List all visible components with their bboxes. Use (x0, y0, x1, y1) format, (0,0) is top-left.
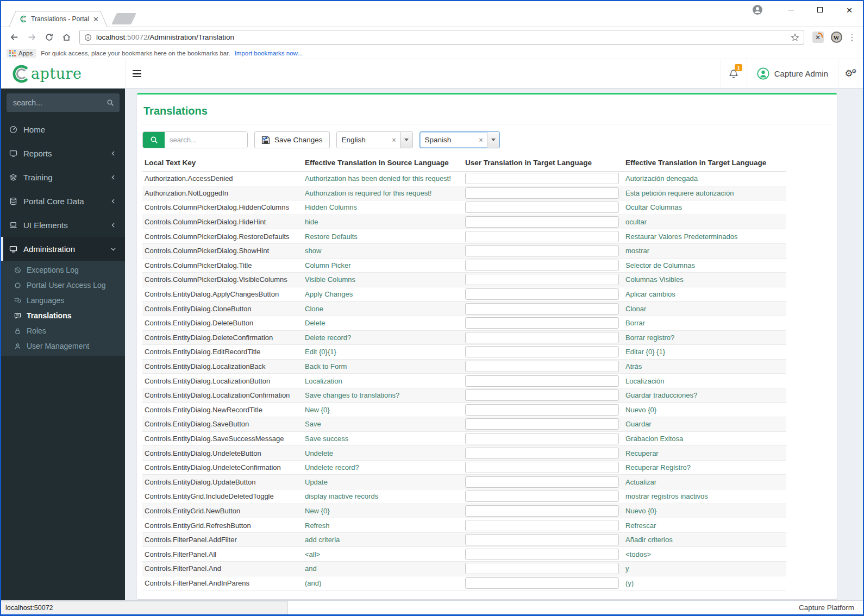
user-translation-input[interactable] (465, 433, 619, 444)
sidebar-item-reports[interactable]: Reports (1, 141, 125, 165)
window-minimize-button[interactable] (785, 4, 797, 15)
bookmarks-hint: For quick access, place your bookmarks h… (41, 50, 230, 56)
browser-tab[interactable]: Translations - Portal ✕ (9, 11, 108, 27)
user-translation-input[interactable] (465, 346, 619, 357)
sidebar-item-ui-elements[interactable]: UI Elements (1, 213, 125, 237)
clear-icon[interactable]: × (479, 136, 483, 144)
page-info-icon[interactable] (84, 34, 92, 41)
import-bookmarks-link[interactable]: Import bookmarks now... (235, 50, 303, 56)
address-bar[interactable]: localhost:50072/Administration/Translati… (79, 30, 804, 45)
user-translation-input[interactable] (465, 375, 619, 387)
user-translation-input[interactable] (465, 173, 619, 184)
browser-menu-icon[interactable]: ⋮ (847, 31, 857, 44)
tab-title: Translations - Portal (31, 15, 89, 23)
source-language-combobox[interactable]: English × (336, 131, 413, 148)
tab-close-icon[interactable]: ✕ (93, 16, 99, 23)
clear-icon[interactable]: × (392, 136, 396, 144)
bookmark-star-icon[interactable] (791, 33, 799, 42)
toolbar: Save Changes English × Spanish × (142, 131, 832, 148)
table-search (142, 131, 248, 148)
user-translation-input[interactable] (465, 245, 619, 256)
user-translation-input[interactable] (465, 303, 619, 315)
chevron-left-icon (110, 150, 117, 157)
target-language-combobox[interactable]: Spanish × (420, 131, 500, 148)
window-controls: × (752, 4, 855, 15)
settings-button[interactable]: ⚙⚙ (838, 59, 863, 88)
user-translation-input[interactable] (465, 505, 619, 517)
apps-button[interactable]: Apps (7, 49, 36, 58)
home-button[interactable] (59, 30, 74, 45)
chevron-left-icon (110, 198, 117, 205)
sidebar-item-languages[interactable]: Languages (1, 293, 125, 308)
user-translation-input[interactable] (465, 520, 619, 531)
sidebar-item-administration[interactable]: Administration (1, 237, 125, 261)
user-translation-input[interactable] (465, 534, 619, 545)
sidebar-item-exceptions-log[interactable]: Exceptions Log (1, 262, 125, 278)
sidebar-item-home[interactable]: Home (1, 117, 125, 141)
sidebar-toggle-icon[interactable] (125, 59, 148, 88)
user-translation-input[interactable] (465, 332, 619, 343)
user-translation-input[interactable] (465, 361, 619, 372)
chevron-down-icon[interactable] (487, 132, 499, 148)
user-translation-input[interactable] (465, 418, 619, 430)
user-translation-input[interactable] (465, 549, 619, 560)
target-translation-cell: Autorización denegada (623, 172, 786, 186)
sidebar-item-roles[interactable]: Roles (1, 323, 125, 338)
search-button[interactable] (143, 132, 165, 148)
sidebar-item-label: Exceptions Log (27, 266, 79, 274)
browser-toolbar: localhost:50072/Administration/Translati… (1, 27, 863, 47)
user-translation-input[interactable] (465, 389, 619, 401)
avatar-icon (757, 67, 769, 80)
user-translation-cell (463, 562, 623, 576)
user-translation-input[interactable] (465, 231, 619, 242)
source-translation-cell: Save (303, 417, 463, 432)
extension-icon-x[interactable]: ✕ (812, 32, 824, 43)
sidebar-item-user-management[interactable]: User Management (1, 338, 125, 354)
column-header-source-translation: Effective Translation in Source Language (303, 155, 463, 172)
save-changes-button[interactable]: Save Changes (254, 131, 330, 148)
search-icon[interactable] (107, 99, 114, 106)
notifications-button[interactable]: 1 (721, 59, 747, 88)
translations-card: Translations Save Changes English (137, 93, 837, 599)
user-translation-cell (463, 374, 623, 388)
user-translation-input[interactable] (465, 404, 619, 416)
user-translation-cell (463, 576, 623, 590)
user-translation-input[interactable] (465, 274, 619, 285)
table-row: Controls.EntityDialog.UndeleteButtonUnde… (142, 446, 786, 461)
user-translation-input[interactable] (465, 288, 619, 300)
window-maximize-button[interactable] (814, 4, 826, 15)
user-translation-cell (463, 460, 623, 475)
user-translation-input[interactable] (465, 202, 619, 213)
chevron-down-icon[interactable] (400, 132, 412, 148)
table-search-input[interactable] (165, 132, 247, 148)
sidebar-item-portal-core-data[interactable]: Portal Core Data (1, 189, 125, 213)
user-translation-input[interactable] (465, 462, 619, 473)
user-translation-input[interactable] (465, 260, 619, 271)
sidebar-item-training[interactable]: Training (1, 165, 125, 189)
sidebar-item-portal-user-access-log[interactable]: Portal User Access Log (1, 278, 125, 293)
user-translation-cell (463, 504, 623, 518)
url-text: localhost:50072/Administration/Translati… (96, 33, 234, 41)
back-button[interactable] (7, 30, 22, 45)
reload-button[interactable] (41, 30, 57, 45)
user-translation-input[interactable] (465, 317, 619, 329)
window-close-button[interactable]: × (843, 4, 855, 15)
user-menu[interactable]: Capture Admin (747, 59, 838, 88)
user-translation-cell (463, 215, 623, 229)
user-translation-input[interactable] (465, 563, 619, 574)
new-tab-button[interactable] (111, 13, 136, 24)
user-translation-input[interactable] (465, 476, 619, 488)
browser-profile-icon[interactable] (752, 4, 763, 15)
user-translation-input[interactable] (465, 448, 619, 459)
user-translation-input[interactable] (465, 216, 619, 228)
source-translation-cell: Localization (303, 374, 463, 388)
forward-button[interactable] (24, 30, 39, 45)
extension-icon-w[interactable]: W (830, 32, 842, 43)
user-translation-input[interactable] (465, 577, 619, 589)
target-translation-cell: Editar {0} {1} (623, 345, 786, 360)
user-translation-input[interactable] (465, 187, 619, 199)
user-translation-input[interactable] (465, 491, 619, 502)
capture-logo[interactable]: apture (1, 59, 125, 88)
sidebar-search-input[interactable] (7, 93, 120, 112)
sidebar-item-translations[interactable]: Translations (1, 308, 125, 323)
